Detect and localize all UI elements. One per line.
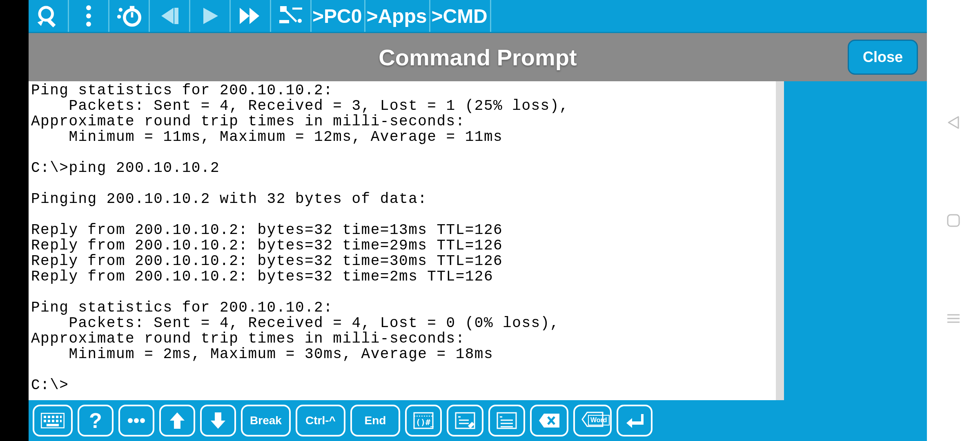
step-back-button[interactable] (150, 0, 190, 32)
svg-marker-11 (161, 8, 174, 24)
enter-button[interactable] (617, 405, 653, 437)
script-list-icon (497, 412, 517, 429)
search-icon (37, 4, 60, 27)
timer-icon (117, 4, 141, 27)
variables-icon: ()#_ (413, 412, 434, 429)
svg-marker-37 (211, 412, 225, 429)
android-home-button[interactable] (944, 211, 963, 230)
window-title: Command Prompt (29, 44, 927, 71)
svg-marker-36 (170, 412, 185, 429)
svg-rect-26 (60, 416, 62, 418)
help-button[interactable]: ? (78, 405, 114, 437)
android-recent-icon (947, 313, 960, 324)
arrow-up-button[interactable] (159, 405, 195, 437)
backspace-button[interactable] (530, 405, 568, 437)
pillarbox-left (0, 0, 29, 441)
breadcrumb-apps[interactable]: >Apps (365, 0, 430, 32)
top-toolbar: >PC0 >Apps >CMD (29, 0, 927, 33)
svg-rect-28 (48, 420, 50, 422)
svg-point-3 (86, 5, 91, 10)
android-home-icon (947, 214, 960, 227)
more-commands-button[interactable] (118, 405, 154, 437)
svg-point-0 (40, 7, 53, 20)
ellipsis-icon (127, 417, 146, 424)
svg-marker-2 (38, 20, 44, 26)
svg-marker-51 (949, 117, 958, 128)
android-back-icon (946, 115, 961, 130)
svg-rect-31 (60, 420, 62, 422)
fast-forward-button[interactable] (231, 0, 271, 32)
svg-point-33 (128, 418, 133, 423)
svg-rect-16 (280, 6, 287, 12)
svg-rect-25 (56, 416, 58, 418)
script-edit-icon (455, 412, 475, 429)
svg-rect-30 (56, 420, 58, 422)
svg-rect-52 (948, 215, 959, 226)
more-vertical-icon (85, 5, 93, 27)
topology-button[interactable] (271, 0, 312, 32)
terminal-output[interactable]: Ping statistics for 200.10.10.2: Packets… (29, 81, 776, 400)
svg-marker-44 (468, 422, 474, 428)
step-back-icon (160, 6, 179, 26)
svg-marker-15 (249, 8, 259, 24)
word-button[interactable]: Word (573, 405, 612, 437)
fast-forward-icon (239, 7, 262, 25)
terminal-pane: Ping statistics for 200.10.10.2: Packets… (29, 81, 784, 400)
bottom-toolbar: ? Break Ctrl-^ End ()#_ (29, 400, 927, 441)
svg-rect-32 (47, 424, 59, 426)
keyboard-button[interactable] (33, 405, 73, 437)
svg-rect-22 (44, 416, 46, 418)
svg-point-35 (140, 418, 145, 423)
word-label: Word (588, 415, 610, 425)
arrow-up-icon (169, 412, 185, 430)
right-gutter (784, 81, 927, 400)
svg-rect-23 (48, 416, 50, 418)
terminal-scrollbar[interactable] (776, 81, 784, 400)
svg-point-4 (86, 13, 91, 18)
variables-button[interactable]: ()#_ (405, 405, 442, 437)
svg-point-9 (119, 8, 122, 11)
topology-icon (278, 5, 303, 27)
android-recent-button[interactable] (944, 309, 963, 328)
app-frame: >PC0 >Apps >CMD Command Prompt Close Pin… (29, 0, 927, 441)
android-back-button[interactable] (944, 113, 963, 132)
svg-marker-14 (240, 8, 249, 24)
svg-rect-29 (52, 420, 54, 422)
play-icon (200, 6, 220, 26)
svg-rect-7 (130, 6, 134, 9)
script-edit-button[interactable] (447, 405, 483, 437)
arrow-down-icon (210, 412, 226, 430)
svg-rect-17 (279, 20, 289, 23)
svg-text:()#_: ()#_ (416, 417, 434, 427)
svg-point-10 (117, 15, 121, 18)
inspect-button[interactable] (29, 0, 69, 32)
svg-point-34 (134, 418, 139, 423)
window-header: Command Prompt Close (29, 33, 927, 81)
break-button[interactable]: Break (241, 405, 291, 437)
svg-rect-27 (44, 420, 46, 422)
svg-point-5 (86, 22, 91, 27)
svg-rect-1 (47, 19, 56, 27)
breadcrumb-cmd[interactable]: >CMD (430, 0, 491, 32)
android-nav-bar (927, 0, 980, 441)
ctrl-button[interactable]: Ctrl-^ (296, 405, 345, 437)
timer-button[interactable] (109, 0, 150, 32)
more-button[interactable] (69, 0, 109, 32)
arrow-down-button[interactable] (200, 405, 236, 437)
svg-point-20 (298, 19, 302, 23)
backspace-icon (538, 413, 560, 428)
breadcrumb: >PC0 >Apps >CMD (312, 0, 491, 32)
end-button[interactable]: End (350, 405, 400, 437)
svg-rect-24 (52, 416, 54, 418)
keyboard-icon (41, 413, 65, 428)
enter-icon (625, 412, 644, 429)
breadcrumb-pc[interactable]: >PC0 (312, 0, 365, 32)
main-content: Ping statistics for 200.10.10.2: Packets… (29, 81, 927, 400)
question-icon: ? (89, 408, 102, 433)
play-button[interactable] (190, 0, 231, 32)
script-list-button[interactable] (488, 405, 525, 437)
svg-marker-13 (203, 8, 218, 24)
svg-rect-12 (174, 8, 178, 24)
close-button[interactable]: Close (848, 40, 918, 75)
